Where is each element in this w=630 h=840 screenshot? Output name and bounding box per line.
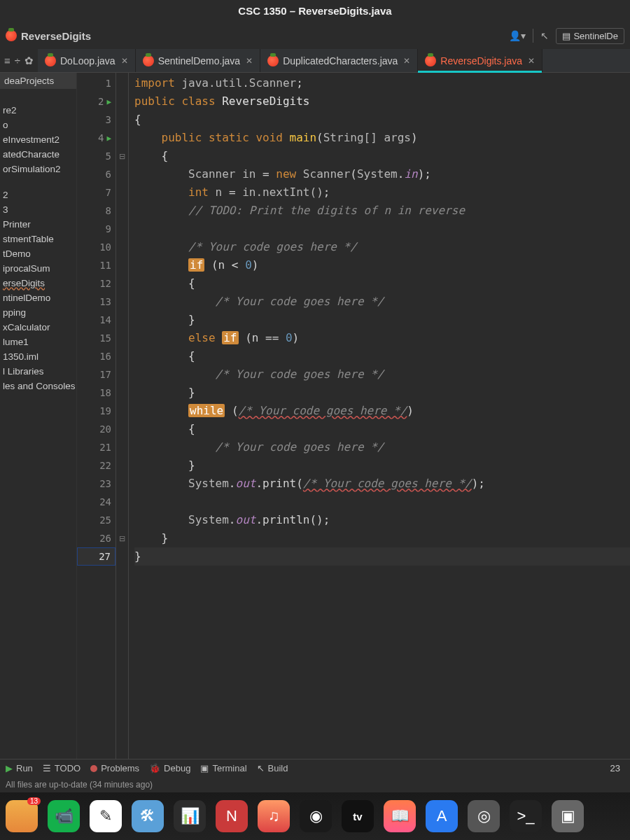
line-number[interactable]: 16 xyxy=(77,347,115,365)
fold-marker[interactable] xyxy=(116,456,128,475)
line-number[interactable]: 4▶ xyxy=(77,129,115,147)
fold-marker[interactable] xyxy=(116,493,128,511)
project-sidebar[interactable]: deaProjects re2 o eInvestment2 atedChara… xyxy=(0,73,77,759)
terminal-tab[interactable]: ▣Terminal xyxy=(200,763,246,774)
dock-podcasts[interactable]: ◉ xyxy=(300,800,332,832)
line-number[interactable]: 12 xyxy=(77,274,115,293)
line-number[interactable]: 19 xyxy=(77,402,115,420)
line-number[interactable]: 1 xyxy=(77,74,115,92)
debug-tab[interactable]: 🐞Debug xyxy=(149,763,190,774)
fold-marker[interactable] xyxy=(116,420,128,438)
fold-marker[interactable] xyxy=(116,329,128,347)
tab-sentineldemo[interactable]: SentinelDemo.java ✕ xyxy=(136,49,261,72)
dock-books[interactable]: 📖 xyxy=(384,800,416,832)
dock-safari[interactable]: ◎ xyxy=(468,800,500,832)
split-icon[interactable]: ÷ xyxy=(15,55,20,66)
back-arrow-icon[interactable]: ↖ xyxy=(540,30,549,41)
fold-marker[interactable] xyxy=(116,384,128,402)
problems-tab[interactable]: Problems xyxy=(90,763,139,774)
dock-xcode[interactable]: 🛠 xyxy=(132,800,164,832)
dock-intellij[interactable]: 13 xyxy=(6,800,38,832)
sidebar-item[interactable]: lume1 xyxy=(0,335,76,349)
sidebar-item[interactable]: ntinelDemo xyxy=(0,290,76,305)
line-number[interactable]: 18 xyxy=(77,384,115,402)
fold-marker[interactable] xyxy=(116,256,128,274)
dock-facetime[interactable]: 📹 xyxy=(48,800,80,832)
line-number[interactable]: 21 xyxy=(77,438,115,456)
sidebar-item[interactable]: l Libraries xyxy=(0,364,76,379)
line-number[interactable]: 5 xyxy=(77,147,115,165)
fold-marker[interactable] xyxy=(116,311,128,329)
sidebar-item[interactable]: o xyxy=(0,118,76,132)
dock-tv[interactable]: tv xyxy=(342,800,374,832)
dock-terminal[interactable]: >_ xyxy=(510,800,542,832)
dock-music[interactable]: ♫ xyxy=(258,800,290,832)
line-number[interactable]: 2▶ xyxy=(77,92,115,111)
list-icon[interactable]: ≡ xyxy=(4,55,10,66)
sidebar-item[interactable]: orSimulation2 xyxy=(0,162,76,176)
build-tab[interactable]: ↖Build xyxy=(257,763,288,774)
fold-marker[interactable] xyxy=(116,183,128,202)
dock-appstore[interactable]: A xyxy=(426,800,458,832)
fold-marker[interactable] xyxy=(116,365,128,384)
sidebar-item[interactable]: tDemo xyxy=(0,246,76,261)
run-tab[interactable]: ▶Run xyxy=(6,763,33,774)
sidebar-item[interactable]: erseDigits xyxy=(0,276,76,290)
dock-news[interactable]: N xyxy=(216,800,248,832)
sidebar-item[interactable]: 3 xyxy=(0,202,76,217)
tab-doloop[interactable]: DoLoop.java ✕ xyxy=(38,49,136,72)
fold-marker[interactable] xyxy=(116,438,128,456)
fold-marker[interactable] xyxy=(116,402,128,420)
fold-marker[interactable] xyxy=(116,238,128,256)
line-number[interactable]: 25 xyxy=(77,511,115,529)
line-number[interactable]: 11 xyxy=(77,256,115,274)
dock-app[interactable]: ▣ xyxy=(552,800,584,832)
sidebar-item[interactable]: 1350.iml xyxy=(0,349,76,364)
line-number[interactable]: 9 xyxy=(77,220,115,238)
fold-marker[interactable] xyxy=(116,129,128,147)
line-number[interactable]: 13 xyxy=(77,293,115,311)
line-number[interactable]: 26 xyxy=(77,529,115,547)
line-number[interactable]: 8 xyxy=(77,202,115,220)
line-number[interactable]: 24 xyxy=(77,493,115,511)
fold-marker[interactable] xyxy=(116,202,128,220)
line-number[interactable]: 23 xyxy=(77,475,115,493)
fold-marker[interactable] xyxy=(116,293,128,311)
tab-duplicatedcharacters[interactable]: DuplicatedCharacters.java ✕ xyxy=(260,49,418,72)
fold-marker[interactable] xyxy=(116,165,128,183)
line-number[interactable]: 22 xyxy=(77,456,115,475)
fold-marker[interactable] xyxy=(116,347,128,365)
sidebar-item[interactable]: les and Consoles xyxy=(0,379,76,393)
sidebar-item[interactable]: Printer xyxy=(0,217,76,232)
run-gutter-icon[interactable]: ▶ xyxy=(106,134,111,143)
tab-reversedigits[interactable]: ReverseDigits.java ✕ xyxy=(418,49,542,72)
line-number[interactable]: 15 xyxy=(77,329,115,347)
dock-pencil[interactable]: ✎ xyxy=(90,800,122,832)
sidebar-item[interactable]: pping xyxy=(0,305,76,320)
close-icon[interactable]: ✕ xyxy=(403,56,410,66)
close-icon[interactable]: ✕ xyxy=(246,56,253,66)
fold-marker[interactable] xyxy=(116,547,128,566)
fold-marker[interactable] xyxy=(116,511,128,529)
sidebar-item[interactable]: atedCharacte xyxy=(0,147,76,162)
fold-marker[interactable]: ⊟ xyxy=(116,147,128,165)
line-number[interactable]: 6 xyxy=(77,165,115,183)
close-icon[interactable]: ✕ xyxy=(121,56,128,66)
fold-marker[interactable] xyxy=(116,74,128,92)
code-editor[interactable]: import java.util.Scanner; public class R… xyxy=(129,73,630,759)
fold-marker[interactable] xyxy=(116,475,128,493)
sidebar-item[interactable]: re2 xyxy=(0,103,76,118)
fold-marker[interactable] xyxy=(116,111,128,129)
line-number[interactable]: 14 xyxy=(77,311,115,329)
todo-tab[interactable]: ☰TODO xyxy=(43,763,80,774)
run-config-dropdown[interactable]: ▤ SentinelDe xyxy=(556,28,624,44)
fold-marker[interactable] xyxy=(116,274,128,293)
dock-stocks[interactable]: 📊 xyxy=(174,800,206,832)
line-number[interactable]: 3 xyxy=(77,111,115,129)
line-number[interactable]: 17 xyxy=(77,365,115,384)
close-icon[interactable]: ✕ xyxy=(528,56,535,66)
gear-icon[interactable]: ✿ xyxy=(24,55,34,67)
sidebar-item[interactable]: iprocalSum xyxy=(0,261,76,276)
project-name[interactable]: ReverseDigits xyxy=(6,30,91,42)
run-gutter-icon[interactable]: ▶ xyxy=(106,97,111,106)
